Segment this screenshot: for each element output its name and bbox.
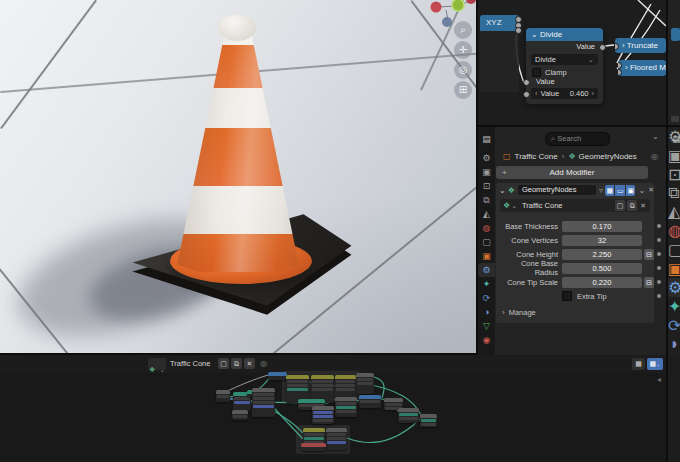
mini-node[interactable] — [420, 414, 437, 427]
socket-value-output[interactable] — [599, 44, 606, 51]
node-editor-bottom[interactable]: ❖ ⌄ Traffic Cone ▢ ⧉ ✕ ◎ ▦ ▦⌄ ◂ — [0, 355, 666, 462]
add-modifier-button[interactable]: + Add Modifier — [496, 166, 648, 179]
operation-dropdown[interactable]: Divide ⌄ — [531, 54, 598, 65]
tab-constraints-icon[interactable]: ◑ — [478, 305, 495, 319]
tab-tool-icon[interactable]: ⚙ — [478, 151, 495, 165]
mini-node[interactable] — [356, 373, 374, 394]
node-divide[interactable]: ⌄ Divide Value Divide ⌄ Clamp Value ‹ V — [526, 28, 603, 104]
decorate-dot[interactable] — [657, 280, 661, 284]
param-value-field[interactable]: 0.220 — [562, 277, 642, 288]
search-field[interactable]: ⌕ Search — [545, 132, 610, 146]
socket-floored-input-2[interactable] — [618, 69, 622, 76]
param-value-field[interactable]: 32 — [562, 235, 642, 246]
tab-object-icon[interactable]: ▣ — [478, 249, 495, 263]
mini-node[interactable] — [398, 408, 419, 423]
modifier-name-field[interactable]: GeometryNodes — [518, 185, 596, 195]
socket-floored-input-1[interactable] — [618, 62, 622, 69]
tab-particles-icon[interactable]: ✦ — [668, 297, 680, 316]
browse-node-group-button[interactable]: ❖ — [503, 201, 510, 210]
slider-decrement[interactable]: ‹ — [535, 89, 538, 98]
unlink-button[interactable]: ✕ — [640, 202, 646, 210]
tab-particles-icon[interactable]: ✦ — [478, 277, 495, 291]
tab-modifiers-icon[interactable]: ⚙ — [478, 263, 495, 277]
param-value-field[interactable]: 0.170 — [562, 221, 642, 232]
node-floored-modulo[interactable]: › Floored Mo — [618, 60, 666, 76]
manage-subpanel-header[interactable]: › Manage — [496, 305, 654, 319]
tab-view-layer-icon[interactable]: ⧉ — [668, 184, 680, 202]
mini-node[interactable] — [326, 428, 347, 450]
tab-material-icon[interactable]: ◉ — [478, 333, 495, 347]
slider-increment[interactable]: › — [592, 89, 595, 98]
tab-world-icon[interactable]: ◍ — [668, 221, 680, 240]
node-group-name[interactable]: Traffic Cone — [522, 201, 562, 210]
expand-icon[interactable]: › — [625, 63, 628, 72]
param-value-field[interactable]: 0.500 — [562, 263, 642, 274]
render-toggle[interactable]: ▣ — [626, 185, 636, 196]
socket-truncate-input[interactable] — [615, 43, 619, 50]
tab-view-layer-icon[interactable]: ⧉ — [478, 193, 495, 207]
param-value-field[interactable]: 2.250 — [562, 249, 642, 260]
on-cage-toggle-icon[interactable]: ▿ — [599, 186, 603, 195]
decorate-dot[interactable] — [657, 224, 661, 228]
editor-type-button[interactable]: ▤ — [668, 132, 680, 146]
mini-node[interactable] — [216, 390, 230, 402]
modifier-close-button[interactable]: ✕ — [648, 186, 654, 194]
node-xyz[interactable]: XYZ — [480, 15, 519, 31]
tab-render-icon[interactable]: ▣ — [668, 146, 680, 165]
tab-collection-icon[interactable]: ▢ — [668, 240, 680, 259]
tab-render-icon[interactable]: ▣ — [478, 165, 495, 179]
perspective-toggle-button[interactable]: ⊞ — [454, 81, 472, 99]
collapse-icon[interactable]: ⌄ — [499, 186, 506, 195]
pan-button[interactable]: ✛ — [454, 41, 472, 59]
tab-data-icon[interactable]: ▽ — [478, 319, 495, 333]
collapse-icon[interactable]: ⌄ — [531, 30, 538, 39]
copy-node-group-button[interactable]: ⧉ — [627, 200, 637, 211]
tab-scene-icon[interactable]: ◭ — [478, 207, 495, 221]
mini-node[interactable] — [252, 388, 275, 417]
tab-constraints-icon[interactable]: ◑ — [668, 335, 680, 353]
zoom-button[interactable]: ⌕ — [454, 21, 472, 39]
tab-scene-icon[interactable]: ◭ — [668, 202, 680, 221]
realtime-toggle[interactable]: ▭ — [615, 185, 625, 196]
mini-node[interactable] — [232, 410, 248, 420]
breadcrumb-modifier[interactable]: GeometryNodes — [579, 152, 637, 161]
tab-world-icon[interactable]: ◍ — [478, 221, 495, 235]
tab-physics-icon[interactable]: ⟳ — [668, 316, 680, 335]
edit-mode-toggle[interactable]: ▦ — [605, 185, 615, 196]
decorate-dot[interactable] — [657, 266, 661, 270]
tab-object-icon[interactable]: ▣ — [668, 259, 680, 278]
socket-value-input[interactable] — [523, 79, 530, 86]
mini-node[interactable] — [359, 395, 381, 408]
value-slider[interactable]: ‹ Value 0.460 › — [531, 88, 598, 99]
node-divide-header[interactable]: ⌄ Divide — [526, 28, 603, 41]
expand-icon[interactable]: › — [622, 41, 625, 50]
mini-node[interactable] — [301, 443, 326, 451]
clamp-checkbox[interactable] — [532, 68, 541, 77]
traffic-cone[interactable] — [172, 20, 304, 272]
node-editor-top[interactable]: XYZ ⌄ Divide Value Divide ⌄ Clamp — [478, 0, 666, 125]
decorate-dot[interactable] — [657, 294, 661, 298]
mini-node[interactable] — [335, 397, 357, 417]
modifier-header[interactable]: ⌄ ❖ GeometryNodes ▿ ▦ ▭ ▣ ⌄ ✕ — [496, 183, 654, 197]
modifier-extras-button[interactable]: ⌄ — [638, 186, 645, 195]
geometry-node-graph[interactable] — [0, 355, 666, 462]
socket-output[interactable] — [515, 27, 522, 34]
options-dropdown-button[interactable]: ⌄ — [652, 132, 659, 141]
input-attribute-toggle[interactable]: ⊟ — [644, 249, 654, 260]
pin-icon[interactable]: ◎ — [651, 152, 658, 161]
socket-slider-input[interactable] — [523, 91, 530, 98]
tab-output-icon[interactable]: ⊡ — [478, 179, 495, 193]
camera-view-button[interactable]: ◎ — [454, 61, 472, 79]
tab-output-icon[interactable]: ⊡ — [668, 165, 680, 184]
fake-user-button[interactable]: ▢ — [615, 200, 625, 211]
tab-modifiers-icon[interactable]: ⚙ — [668, 278, 680, 297]
mini-node[interactable] — [268, 372, 287, 380]
decorate-dot[interactable] — [657, 238, 661, 242]
tab-physics-icon[interactable]: ⟳ — [478, 291, 495, 305]
node-truncate[interactable]: › Truncate — [615, 38, 666, 53]
3d-viewport[interactable]: ⌕ ✛ ◎ ⊞ — [0, 0, 476, 353]
input-attribute-toggle[interactable]: ⊟ — [644, 277, 654, 288]
decorate-dot[interactable] — [657, 252, 661, 256]
breadcrumb-object[interactable]: Traffic Cone — [515, 152, 558, 161]
mini-node[interactable] — [312, 406, 334, 424]
